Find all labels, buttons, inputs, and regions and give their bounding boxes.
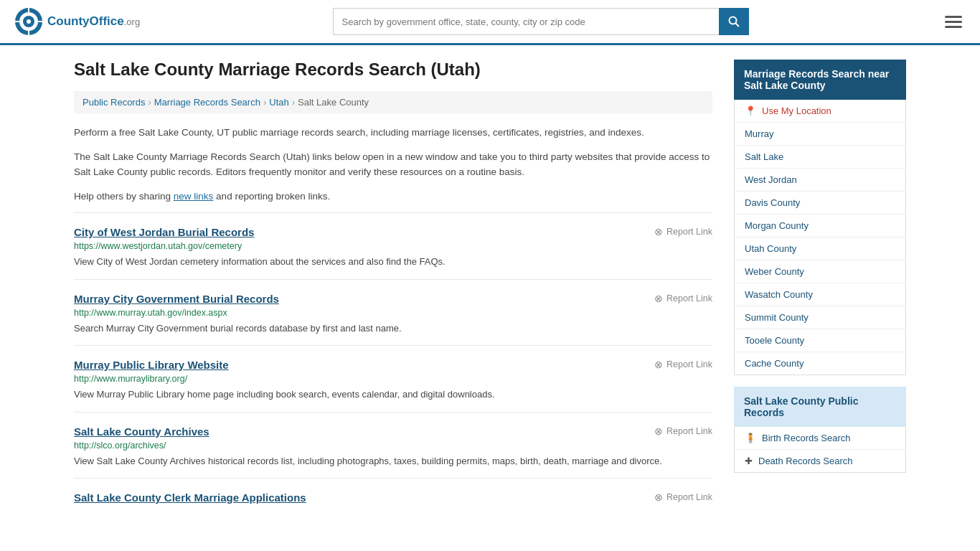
site-header: CountyOffice.org xyxy=(0,0,980,45)
description-3: Help others by sharing new links and rep… xyxy=(74,189,712,204)
description-3-suffix: and reporting broken links. xyxy=(213,191,330,202)
sidebar-item-tooele-county[interactable]: Tooele County xyxy=(735,329,905,352)
content-area: Salt Lake County Marriage Records Search… xyxy=(74,60,712,517)
breadcrumb-public-records[interactable]: Public Records xyxy=(83,97,145,108)
result-item-1: Murray City Government Burial Records ⊗ … xyxy=(74,279,712,346)
report-link-1[interactable]: ⊗ Report Link xyxy=(654,293,712,304)
use-location-link[interactable]: Use My Location xyxy=(762,105,831,116)
result-item-4: Salt Lake County Clerk Marriage Applicat… xyxy=(74,478,712,517)
result-url-3[interactable]: http://slco.org/archives/ xyxy=(74,441,712,451)
breadcrumb-salt-lake-county: Salt Lake County xyxy=(298,97,369,108)
sidebar-link-morgan-county[interactable]: Morgan County xyxy=(745,220,809,231)
sidebar-item-murray[interactable]: Murray xyxy=(735,123,905,146)
report-label-2: Report Link xyxy=(666,359,712,369)
search-button[interactable] xyxy=(719,8,749,35)
result-desc-2: View Murray Public Library home page inc… xyxy=(74,387,712,402)
menu-line-3 xyxy=(945,26,962,28)
report-icon-4: ⊗ xyxy=(654,491,663,503)
breadcrumb-utah[interactable]: Utah xyxy=(269,97,288,108)
sidebar-link-wasatch-county[interactable]: Wasatch County xyxy=(745,289,813,300)
page-title: Salt Lake County Marriage Records Search… xyxy=(74,60,712,80)
menu-button[interactable] xyxy=(941,12,966,32)
sidebar-link-tooele-county[interactable]: Tooele County xyxy=(745,335,804,346)
report-label-3: Report Link xyxy=(666,426,712,436)
logo[interactable]: CountyOffice.org xyxy=(14,7,140,36)
result-title-4[interactable]: Salt Lake County Clerk Marriage Applicat… xyxy=(74,491,306,504)
sidebar-nearby-title: Marriage Records Search near Salt Lake C… xyxy=(744,68,889,91)
sidebar: Marriage Records Search near Salt Lake C… xyxy=(734,60,906,517)
description-2: The Salt Lake County Marriage Records Se… xyxy=(74,149,712,180)
sidebar-link-murray[interactable]: Murray xyxy=(745,128,773,139)
sidebar-link-davis-county[interactable]: Davis County xyxy=(745,197,800,208)
breadcrumb-sep-3: › xyxy=(292,97,295,108)
sidebar-link-west-jordan[interactable]: West Jordan xyxy=(745,174,797,185)
report-label-1: Report Link xyxy=(666,293,712,303)
description-3-prefix: Help others by sharing xyxy=(74,191,174,202)
result-desc-1: Search Murray City Government burial rec… xyxy=(74,321,712,336)
sidebar-link-cache-county[interactable]: Cache County xyxy=(745,358,804,369)
sidebar-item-west-jordan[interactable]: West Jordan xyxy=(735,169,905,192)
sidebar-link-weber-county[interactable]: Weber County xyxy=(745,266,804,277)
result-url-0[interactable]: https://www.westjordan.utah.gov/cemetery xyxy=(74,241,712,251)
result-item-2: Murray Public Library Website ⊗ Report L… xyxy=(74,345,712,412)
report-link-4[interactable]: ⊗ Report Link xyxy=(654,491,712,503)
menu-line-2 xyxy=(945,21,962,23)
result-item-0: City of West Jordan Burial Records ⊗ Rep… xyxy=(74,212,712,279)
location-pin-icon: 📍 xyxy=(745,105,756,116)
description-1: Perform a free Salt Lake County, UT publ… xyxy=(74,125,712,141)
death-records-link[interactable]: Death Records Search xyxy=(758,456,853,466)
sidebar-use-location[interactable]: 📍 Use My Location xyxy=(735,100,905,123)
result-url-1[interactable]: http://www.murray.utah.gov/index.aspx xyxy=(74,308,712,318)
report-link-0[interactable]: ⊗ Report Link xyxy=(654,226,712,237)
sidebar-item-salt-lake[interactable]: Salt Lake xyxy=(735,146,905,169)
sidebar-item-utah-county[interactable]: Utah County xyxy=(735,237,905,260)
report-link-3[interactable]: ⊗ Report Link xyxy=(654,425,712,437)
breadcrumb: Public Records › Marriage Records Search… xyxy=(74,91,712,113)
sidebar-item-morgan-county[interactable]: Morgan County xyxy=(735,215,905,237)
logo-icon xyxy=(14,7,43,36)
sidebar-birth-records[interactable]: 🧍 Birth Records Search xyxy=(735,427,905,450)
sidebar-public-records-title: Salt Lake County Public Records xyxy=(744,395,858,418)
sidebar-death-records[interactable]: ✚ Death Records Search xyxy=(735,450,905,472)
death-records-icon: ✚ xyxy=(745,456,753,466)
result-title-2[interactable]: Murray Public Library Website xyxy=(74,359,229,371)
result-url-2[interactable]: http://www.murraylibrary.org/ xyxy=(74,374,712,384)
sidebar-link-utah-county[interactable]: Utah County xyxy=(745,243,796,254)
report-icon-2: ⊗ xyxy=(654,359,663,370)
result-title-0[interactable]: City of West Jordan Burial Records xyxy=(74,226,254,238)
report-link-2[interactable]: ⊗ Report Link xyxy=(654,359,712,370)
report-label-0: Report Link xyxy=(666,227,712,237)
sidebar-item-cache-county[interactable]: Cache County xyxy=(735,352,905,375)
sidebar-link-salt-lake[interactable]: Salt Lake xyxy=(745,151,783,162)
breadcrumb-marriage-records[interactable]: Marriage Records Search xyxy=(154,97,260,108)
result-desc-0: View City of West Jordan cemetery inform… xyxy=(74,255,712,269)
svg-line-9 xyxy=(735,24,739,27)
report-icon-3: ⊗ xyxy=(654,425,663,437)
new-links-link[interactable]: new links xyxy=(174,191,214,202)
main-container: Salt Lake County Marriage Records Search… xyxy=(60,45,920,531)
result-title-1[interactable]: Murray City Government Burial Records xyxy=(74,293,279,305)
svg-point-8 xyxy=(729,17,736,24)
breadcrumb-sep-2: › xyxy=(263,97,266,108)
menu-line-1 xyxy=(945,16,962,18)
sidebar-public-records-list: 🧍 Birth Records Search ✚ Death Records S… xyxy=(734,427,906,473)
search-bar xyxy=(333,8,749,35)
search-icon xyxy=(728,16,740,27)
birth-records-link[interactable]: Birth Records Search xyxy=(762,433,851,443)
sidebar-nearby-list: 📍 Use My Location Murray Salt Lake West … xyxy=(734,100,906,375)
sidebar-item-wasatch-county[interactable]: Wasatch County xyxy=(735,283,905,306)
sidebar-public-records-header: Salt Lake County Public Records xyxy=(734,387,906,427)
sidebar-link-summit-county[interactable]: Summit County xyxy=(745,312,809,323)
result-desc-3: View Salt Lake County Archives historica… xyxy=(74,454,712,468)
search-input[interactable] xyxy=(333,8,719,35)
report-label-4: Report Link xyxy=(666,492,712,502)
svg-point-3 xyxy=(27,19,31,24)
logo-text: CountyOffice.org xyxy=(47,14,140,29)
report-icon-0: ⊗ xyxy=(654,226,663,237)
report-icon-1: ⊗ xyxy=(654,293,663,304)
result-title-3[interactable]: Salt Lake County Archives xyxy=(74,425,209,438)
sidebar-item-summit-county[interactable]: Summit County xyxy=(735,306,905,329)
sidebar-item-weber-county[interactable]: Weber County xyxy=(735,260,905,283)
sidebar-item-davis-county[interactable]: Davis County xyxy=(735,192,905,215)
birth-records-icon: 🧍 xyxy=(745,433,756,443)
